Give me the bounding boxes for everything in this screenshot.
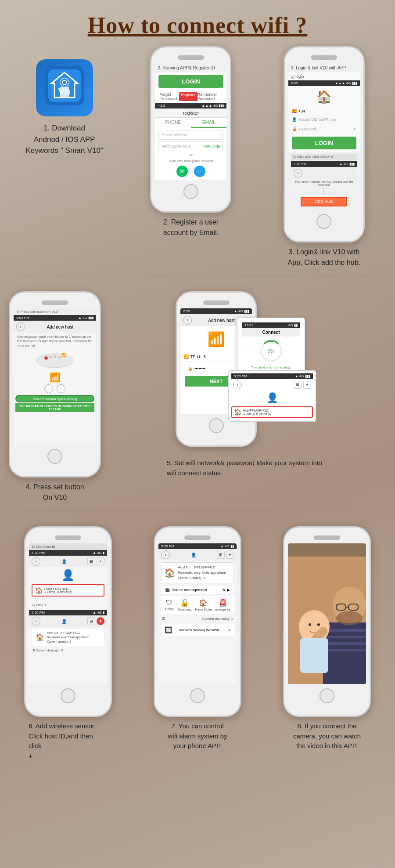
step6-phone: 1) Click host ID 5:20 PM ▲ 4G ▮ ‹ 👤 ⊞ + [24,526,112,717]
step3-screen: 3. Login & link V10 with APP 1) login 5:… [288,63,360,210]
svg-point-11 [58,356,61,358]
wechat-icon[interactable]: ✉ [176,166,188,177]
main-header-7: ‹ 👤 ⊞ + [158,549,237,561]
add-hub-btn[interactable]: ADD HUB [301,197,347,206]
hub-action-1[interactable]: ⊞ [294,381,302,389]
grid-btn-7[interactable]: ⊞ [217,551,225,559]
svg-point-26 [317,623,320,626]
app-icon-graphic: Vn [45,66,84,110]
step7-screen: 5:35 PM ▲ 4G ▮▮ ‹ 👤 ⊞ + [158,543,237,684]
page-title: How to connect wifi ? [0,0,395,46]
step5-column: 2:35 ▲ 4G ▮▮▮ ‹ Add new host 📶 [110,291,391,478]
svg-rect-16 [323,636,366,638]
progress-circle: 6% [260,340,282,362]
plus-btn-7[interactable]: + [226,551,234,559]
home-btn-8[interactable] [320,688,334,703]
connecting-panel: 15:51 4G ▮▮ Connect 6% The device is con… [237,318,305,378]
step4-column: 4) Press set button on V10 3:02 PM ▲ 4G … [4,291,105,503]
svg-rect-17 [323,642,366,645]
first-row: Vn 1. Download Andriod / IOS APP Keyword… [0,46,395,268]
twitter-icon[interactable]: 🐦 [194,166,205,177]
blinking-label: THE INDICATOR LIGHT IS BLINKING.NEXT STE… [15,403,94,412]
step8-column: 8. If you connect the camera, you can wa… [279,526,375,751]
step2-add-label: 2) Click Add Hub add V10 [291,154,357,160]
grid-btn-6b[interactable]: ⊞ [87,617,95,625]
indicator-check-btn[interactable]: Check if indicator light is blinking [15,395,94,402]
step2-label: 2. Register a user account by Email. [151,217,230,238]
sensor-row[interactable]: 🔲 Window Sensor( WFWS01 > [161,624,234,636]
svg-rect-27 [300,638,328,673]
home-btn-2[interactable] [183,184,198,199]
svg-point-23 [336,611,363,625]
step5-stacked: 2:35 ▲ 4G ▮▮▮ ‹ Add new host 📶 [162,291,338,454]
login-btn-3[interactable]: LOGIN [292,137,356,149]
svg-rect-18 [323,649,366,651]
arming-item[interactable]: 🛡 Arming [165,599,174,611]
hub-panel-actions: ⊞ + [294,381,311,389]
pw-links-row: Forget Password Register Remember Passwo… [155,90,226,103]
step6-screen: 1) Click host ID 5:20 PM ▲ 4G ▮ ‹ 👤 ⊞ + [29,543,107,684]
emergency-item[interactable]: 🚨 emergency [215,599,230,611]
camera-photo [288,557,366,671]
home-btn-7[interactable] [190,688,205,703]
hub-graphic-row: 📶 [14,352,96,369]
home-btn-4[interactable] [47,449,62,464]
svg-point-8 [45,357,47,359]
host-info-7: 🏠 Host No. : FF1A0F441C Reminder way: On… [161,562,234,583]
step2-screen-label: 2. Running APP& Register ID [155,63,226,72]
notch-7 [184,535,211,540]
status-bar-3: 5:05 ▲▲▲ 4G ▮▮▮ [288,80,360,86]
phone-notch [178,55,204,60]
divider2 [20,510,375,510]
password-field[interactable]: 🔒 Password 👁 [288,124,360,134]
step4-header: 4) Press set button on V10 [14,308,96,315]
status-6b: 5:20 PM ▲ 4G ▮ [29,610,107,615]
arm-row: 🛡 Arming 🔓 Disarming 🏠 Home Mode 🚨 [161,596,234,614]
home-mode-item[interactable]: 🏠 Home Mode [195,599,212,611]
app-icon: Vn [36,59,93,116]
hub-found-panel: 5:20 PM ▲ 4G ▮▮▮ ‹ ⊞ + 👤 [228,370,316,422]
step4-screen: 4) Press set button on V10 3:02 PM ▲ 4G … [14,308,96,445]
disarming-item[interactable]: 🔓 Disarming [178,599,192,611]
hub-item-6[interactable]: 🏠 Hub(FF1A0F441C) 1 user(s) 0 device(s) [32,584,104,597]
step4-nav: ‹ Add new host [14,321,96,333]
back-btn[interactable]: ‹ [294,169,302,177]
status-bar-4: 3:02 PM ▲ 4G ▮▮▮ [14,315,96,321]
two-circles [14,384,96,393]
account-field[interactable]: 👤 Account/Email/Phone [288,115,360,124]
step3-label: 3. Login& link V10 with App, Click add t… [284,247,363,268]
plus-circle-btn[interactable]: + [97,617,104,625]
home-btn-3[interactable] [316,214,331,229]
svg-point-9 [49,356,52,358]
code-field[interactable]: Verification code Get code [158,141,223,151]
click-host-label: 1) Click host ID [29,543,107,550]
login-btn-display: LOGIN [158,75,223,88]
step8-label: 8. If you connect the camera, you can wa… [293,721,361,751]
hub-list-item[interactable]: 🏠 Hub(FF1A0F441C) 1 user(s) 0 device(s) [231,406,313,418]
register-title-bar: register [155,108,226,118]
plus-btn-6[interactable]: + [97,557,104,565]
hub-action-2[interactable]: + [303,381,311,389]
step5-label: 5. Set wifi network& password Make your … [167,458,334,478]
step7-column: 5:35 PM ▲ 4G ▮▮ ‹ 👤 ⊞ + [149,526,246,751]
back-btn-4[interactable]: ‹ [16,322,25,331]
login-house: 🏠 [288,86,360,108]
grid-btn-6[interactable]: ⊞ [87,557,95,565]
status-hub: 5:20 PM ▲ 4G ▮▮▮ [231,373,313,379]
add-hub-nav: ‹ [291,167,357,179]
step6-column: 1) Click host ID 5:20 PM ▲ 4G ▮ ‹ 👤 ⊞ + [20,526,116,761]
add-hub-section: 2) Click Add Hub add V10 2:28 PM ▲ 4G ▮▮… [288,152,360,210]
host-info-6b: 🏠 Host No. : FF1A0F441C Reminder way: On… [32,628,104,646]
scene-row[interactable]: 🎬 Scene management ⚙ ▶ [161,585,234,595]
tab-email[interactable]: EMAIL [191,118,227,128]
tab-phone[interactable]: PHONE [155,118,191,128]
home-btn-6[interactable] [61,688,75,703]
back-btn-hub[interactable]: ‹ [233,380,242,389]
step8-screen [288,543,366,684]
connect-text: Connect power, push insert button for 1 … [14,333,96,349]
step1-label: 1. Download Andriod / IOS APP Keywords "… [25,123,103,156]
home-btn-5b[interactable] [209,418,224,433]
svg-point-25 [309,623,311,626]
email-field[interactable]: Email Address [158,130,223,140]
step4-row: 4) Press set button on V10 3:02 PM ▲ 4G … [0,282,395,503]
